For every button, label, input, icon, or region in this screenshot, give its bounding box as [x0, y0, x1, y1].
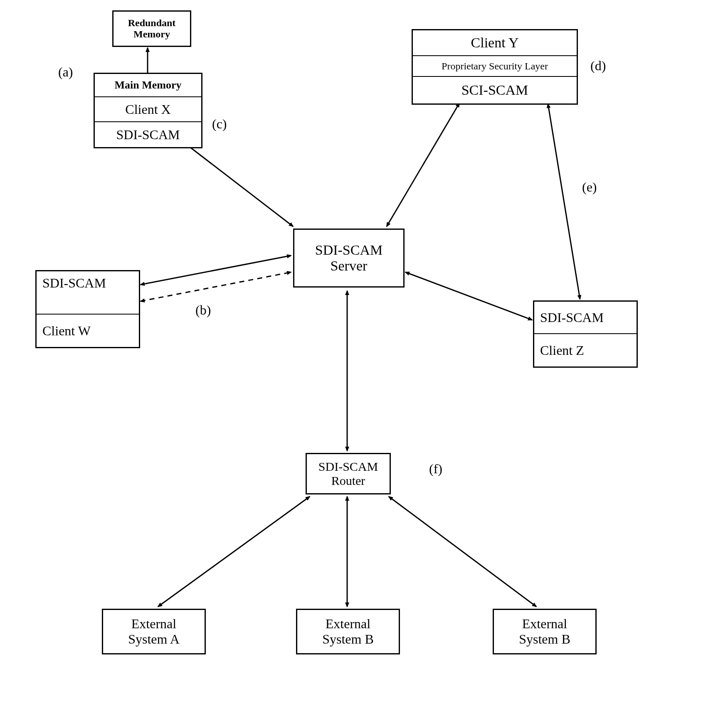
client-z-stack: SDI-SCAM Client Z [533, 300, 638, 368]
svg-line-8 [548, 104, 580, 299]
proprietary-security-label: Proprietary Security Layer [413, 56, 577, 77]
svg-line-6 [141, 272, 291, 301]
annotation-a: (a) [58, 64, 73, 80]
server-box: SDI-SCAM Server [293, 229, 405, 288]
external-b-box: External System B [296, 609, 400, 654]
svg-line-3 [185, 143, 293, 226]
external-a-box: External System A [102, 609, 206, 654]
svg-line-7 [405, 272, 532, 320]
router-label: SDI-SCAM Router [307, 454, 390, 493]
client-y-stack: Client Y Proprietary Security Layer SCI-… [412, 29, 578, 105]
main-memory-label: Main Memory [95, 74, 201, 97]
external-b-label: External System B [297, 610, 399, 653]
svg-line-4 [387, 103, 459, 226]
annotation-c: (c) [212, 116, 227, 132]
client-x-label: Client X [95, 97, 201, 122]
client-w-stack: SDI-SCAM Client W [35, 270, 140, 348]
client-z-label: Client Z [534, 334, 637, 366]
svg-line-12 [389, 497, 536, 607]
sci-scam-label: SCI-SCAM [413, 77, 577, 103]
sdi-scam-w-label: SDI-SCAM [37, 271, 139, 315]
svg-line-10 [158, 497, 310, 607]
redundant-memory-box: Redundant Memory [112, 10, 191, 47]
router-box: SDI-SCAM Router [306, 453, 391, 494]
annotation-d: (d) [590, 58, 606, 74]
server-label: SDI-SCAM Server [294, 230, 403, 286]
client-x-stack: Main Memory Client X SDI-SCAM [94, 73, 202, 148]
redundant-memory-label: Redundant Memory [114, 12, 190, 46]
annotation-f: (f) [429, 461, 442, 477]
client-y-label: Client Y [413, 30, 577, 56]
external-b2-label: External System B [494, 610, 595, 653]
annotation-e: (e) [582, 180, 597, 195]
sdi-scam-x-label: SDI-SCAM [95, 122, 201, 147]
annotation-b: (b) [195, 302, 211, 318]
external-b2-box: External System B [493, 609, 597, 654]
sdi-scam-z-label: SDI-SCAM [534, 302, 637, 334]
client-w-label: Client W [37, 315, 139, 347]
external-a-label: External System A [103, 610, 205, 653]
svg-line-5 [141, 256, 291, 285]
